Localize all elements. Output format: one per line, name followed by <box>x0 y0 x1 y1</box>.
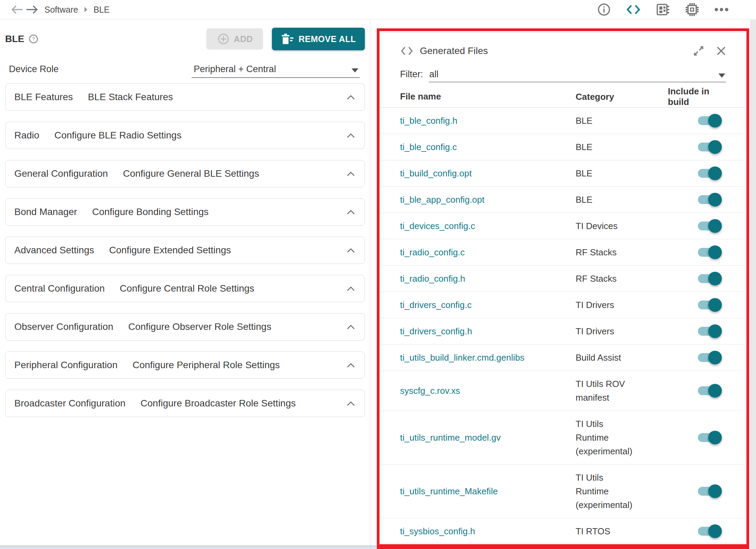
section-title: BLE Features <box>14 92 73 103</box>
file-link[interactable]: ti_devices_config.c <box>400 221 576 231</box>
include-in-build-toggle[interactable] <box>698 272 720 285</box>
device-role-select[interactable]: Peripheral + Central <box>192 61 360 78</box>
include-in-build-toggle[interactable] <box>698 524 720 538</box>
section-subtitle: Configure Peripheral Role Settings <box>133 360 280 371</box>
filter-select[interactable]: all <box>429 67 726 82</box>
table-row: ti_ble_config.h BLE <box>381 108 745 134</box>
svg-text:?: ? <box>32 36 35 42</box>
table-row: ti_utils_runtime_model.gv TI Utils Runti… <box>381 411 745 465</box>
table-row: ti_radio_config.c RF Stacks <box>381 239 745 266</box>
forward-arrow-icon[interactable] <box>25 3 40 16</box>
include-in-build-toggle[interactable] <box>698 431 720 444</box>
info-icon[interactable] <box>596 2 612 17</box>
section-peripheral-configuration[interactable]: Peripheral Configuration Configure Perip… <box>5 351 365 379</box>
chevron-up-icon <box>346 324 356 330</box>
include-in-build-toggle[interactable] <box>698 245 720 259</box>
section-title: General Configuration <box>14 168 108 179</box>
file-category: TI Drivers <box>576 324 668 338</box>
close-icon[interactable] <box>714 44 728 58</box>
include-in-build-toggle[interactable] <box>698 140 720 154</box>
file-link[interactable]: ti_utils_runtime_model.gv <box>400 432 576 443</box>
code-icon <box>400 45 414 56</box>
chevron-up-icon <box>346 286 356 292</box>
chevron-up-icon <box>346 171 356 177</box>
generated-files-annotation-box: Generated Files Filter: all File name Ca… <box>377 28 749 549</box>
file-category: TI Devices <box>576 219 668 233</box>
include-in-build-toggle[interactable] <box>698 114 720 128</box>
section-subtitle: Configure Central Role Settings <box>120 283 255 294</box>
table-row: ti_drivers_config.c TI Drivers <box>381 292 745 318</box>
breadcrumb-software[interactable]: Software <box>44 5 78 15</box>
back-arrow-icon[interactable] <box>10 3 25 16</box>
file-category: BLE <box>576 193 668 206</box>
help-icon[interactable]: ? <box>28 34 39 44</box>
file-category: Build Assist <box>576 351 668 364</box>
include-in-build-toggle[interactable] <box>698 324 720 338</box>
include-in-build-toggle[interactable] <box>698 484 720 498</box>
file-link[interactable]: ti_drivers_config.h <box>400 326 576 337</box>
file-link[interactable]: ti_drivers_config.c <box>400 300 576 310</box>
file-category: BLE <box>576 140 668 154</box>
section-subtitle: Configure BLE Radio Settings <box>54 130 181 141</box>
vertical-scrollbar[interactable] <box>751 20 756 549</box>
table-header: File name Category Include in build <box>381 86 745 108</box>
file-category: BLE <box>576 114 668 128</box>
include-in-build-toggle[interactable] <box>698 384 720 398</box>
file-link[interactable]: ti_ble_config.h <box>400 116 576 126</box>
include-in-build-toggle[interactable] <box>698 219 720 233</box>
file-link[interactable]: ti_radio_config.h <box>400 273 576 284</box>
file-link[interactable]: ti_sysbios_config.h <box>400 526 576 537</box>
file-link[interactable]: ti_utils_build_linker.cmd.genlibs <box>400 352 576 363</box>
section-observer-configuration[interactable]: Observer Configuration Configure Observe… <box>5 313 365 340</box>
section-ble-features[interactable]: BLE Features BLE Stack Features <box>5 83 365 111</box>
section-title: Radio <box>14 130 39 141</box>
include-in-build-toggle[interactable] <box>698 351 720 364</box>
remove-all-button[interactable]: REMOVE ALL <box>272 28 365 50</box>
file-link[interactable]: ti_utils_runtime_Makefile <box>400 486 576 497</box>
section-advanced-settings[interactable]: Advanced Settings Configure Extended Set… <box>5 237 365 264</box>
add-circle-icon <box>217 32 230 46</box>
device-role-label: Device Role <box>9 64 59 78</box>
remove-all-label: REMOVE ALL <box>299 34 356 44</box>
section-radio[interactable]: Radio Configure BLE Radio Settings <box>5 122 365 149</box>
section-title: Bond Manager <box>14 206 77 217</box>
file-category: TI Utils Runtime (experimental) <box>576 417 668 458</box>
section-general-configuration[interactable]: General Configuration Configure General … <box>5 160 365 187</box>
add-button[interactable]: ADD <box>206 28 263 50</box>
table-row: ti_ble_app_config.opt BLE <box>381 187 745 213</box>
chevron-down-icon <box>718 73 725 78</box>
file-category: TI Utils Runtime (experimental) <box>576 471 668 512</box>
code-icon[interactable] <box>626 2 641 17</box>
chip-icon[interactable] <box>684 2 700 17</box>
trash-icon <box>281 33 294 45</box>
chevron-up-icon <box>346 133 356 138</box>
section-broadcaster-configuration[interactable]: Broadcaster Configuration Configure Broa… <box>5 390 365 417</box>
include-in-build-toggle[interactable] <box>698 298 720 312</box>
section-bond-manager[interactable]: Bond Manager Configure Bonding Settings <box>5 198 365 226</box>
include-in-build-toggle[interactable] <box>698 193 720 206</box>
top-toolbar: Software BLE <box>0 0 756 19</box>
table-row: ti_ble_config.c BLE <box>381 134 745 160</box>
horizontal-scrollbar[interactable] <box>0 546 377 549</box>
more-icon[interactable] <box>714 2 729 17</box>
section-subtitle: Configure General BLE Settings <box>123 168 259 179</box>
expand-icon[interactable] <box>692 44 705 58</box>
file-link[interactable]: ti_ble_app_config.opt <box>400 195 576 205</box>
file-link[interactable]: syscfg_c.rov.xs <box>400 386 576 396</box>
section-central-configuration[interactable]: Central Configuration Configure Central … <box>5 275 365 302</box>
module-titlebar: BLE ? ADD REMOVE ALL <box>5 27 365 51</box>
pane-divider <box>370 20 370 549</box>
file-link[interactable]: ti_radio_config.c <box>400 247 576 258</box>
device-role-row: Device Role Peripheral + Central <box>9 59 360 78</box>
file-link[interactable]: ti_ble_config.c <box>400 142 576 152</box>
table-row: ti_build_config.opt BLE <box>381 160 745 187</box>
section-title: Advanced Settings <box>14 245 94 256</box>
table-row: ti_devices_config.c TI Devices <box>381 213 745 239</box>
file-link[interactable]: ti_build_config.opt <box>400 168 576 179</box>
board-icon[interactable] <box>655 2 671 17</box>
ble-config-pane: BLE ? ADD REMOVE ALL Device Rol <box>0 20 370 546</box>
include-in-build-toggle[interactable] <box>698 166 720 180</box>
device-role-value: Peripheral + Central <box>192 64 276 75</box>
section-subtitle: Configure Bonding Settings <box>92 206 209 217</box>
table-row: ti_radio_config.h RF Stacks <box>381 266 745 292</box>
